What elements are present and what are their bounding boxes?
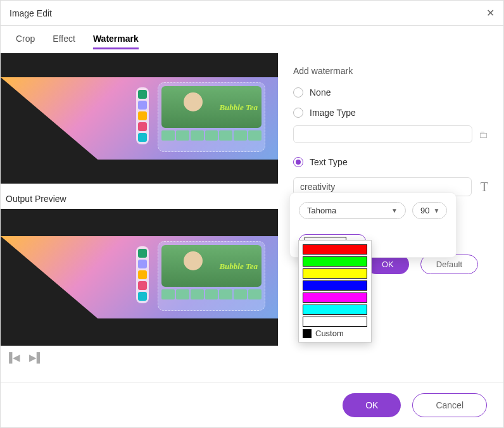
- output-preview-label: Output Preview: [1, 184, 278, 209]
- playback-controls: ▐◀ ▶▌: [1, 346, 278, 370]
- color-dropdown: Custom: [298, 240, 372, 343]
- color-option-yellow[interactable]: [303, 268, 367, 279]
- color-option-custom[interactable]: Custom: [303, 329, 367, 338]
- color-option-magenta[interactable]: [303, 293, 367, 303]
- chevron-down-icon: ▼: [433, 207, 439, 214]
- output-preview: Bubble Tea creativity: [1, 209, 278, 346]
- radio-none[interactable]: None: [293, 87, 488, 98]
- ok-button[interactable]: OK: [343, 393, 401, 417]
- tab-watermark[interactable]: Watermark: [93, 34, 139, 49]
- image-path-input[interactable]: [293, 125, 472, 143]
- folder-icon[interactable]: 🗀: [479, 129, 488, 140]
- app-icons-strip: [136, 87, 149, 144]
- tab-crop[interactable]: Crop: [16, 34, 35, 49]
- color-option-blue[interactable]: [303, 280, 367, 291]
- watermark-text: creativity: [13, 303, 68, 318]
- preview-card-label-out: Bubble Tea: [219, 261, 258, 272]
- radio-none-circle[interactable]: [293, 87, 303, 98]
- preview-card-label: Bubble Tea: [219, 103, 258, 113]
- cancel-button[interactable]: Cancel: [412, 393, 487, 417]
- next-frame-button[interactable]: ▶▌: [29, 352, 44, 363]
- radio-none-label: None: [310, 87, 331, 98]
- prev-frame-button[interactable]: ▐◀: [6, 352, 20, 363]
- font-size-select[interactable]: 90 ▼: [412, 202, 447, 219]
- titlebar: Image Edit ✕: [1, 1, 503, 26]
- font-family-value: Tahoma: [307, 206, 336, 215]
- preview-card: Bubble Tea: [158, 82, 265, 152]
- input-preview: Bubble Tea: [1, 53, 278, 184]
- radio-image-label: Image Type: [310, 108, 356, 118]
- color-option-green[interactable]: [303, 256, 367, 267]
- color-option-red[interactable]: [303, 244, 367, 255]
- radio-text-type[interactable]: Text Type: [293, 157, 488, 167]
- custom-label: Custom: [315, 329, 344, 338]
- custom-color-swatch: [303, 329, 312, 338]
- dialog-footer: OK Cancel: [1, 382, 503, 427]
- tabs: Crop Effect Watermark: [1, 26, 503, 49]
- preview-card-output: Bubble Tea: [158, 241, 265, 311]
- chevron-down-icon: ▼: [391, 207, 398, 214]
- window-title: Image Edit: [9, 8, 52, 18]
- font-family-select[interactable]: Tahoma ▼: [299, 202, 406, 219]
- radio-text-label: Text Type: [310, 157, 348, 167]
- close-button[interactable]: ✕: [486, 7, 495, 19]
- font-size-value: 90: [420, 206, 429, 215]
- watermark-overlay[interactable]: creativity: [7, 299, 73, 322]
- radio-text-circle[interactable]: [293, 157, 303, 167]
- tab-effect[interactable]: Effect: [53, 34, 75, 49]
- radio-image-type[interactable]: Image Type: [293, 108, 488, 118]
- color-option-cyan[interactable]: [303, 305, 367, 315]
- radio-image-circle[interactable]: [293, 108, 303, 118]
- section-title: Add watermark: [293, 66, 488, 76]
- text-style-icon[interactable]: T: [481, 180, 488, 194]
- color-option-white[interactable]: [303, 317, 367, 327]
- app-icons-strip-output: [136, 246, 149, 303]
